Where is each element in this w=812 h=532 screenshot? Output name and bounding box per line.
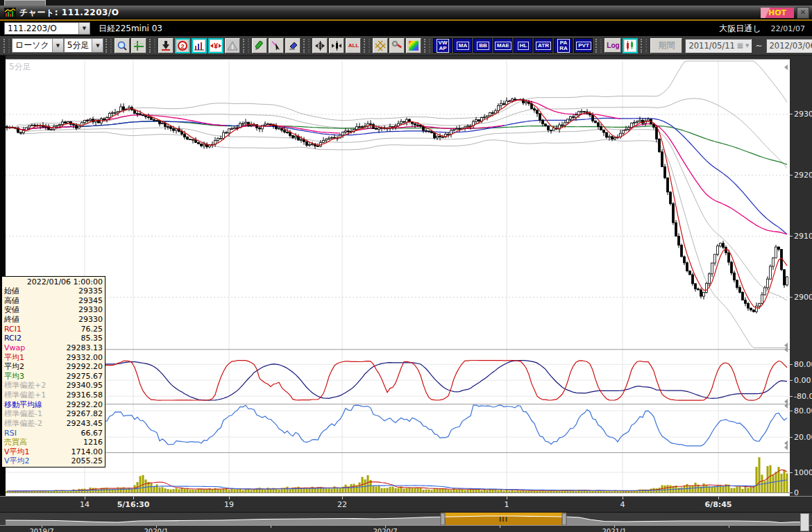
panel-splitter-icon[interactable]: [781, 445, 788, 450]
indicator-pvt-button[interactable]: PVT: [574, 38, 593, 53]
color-palette-button[interactable]: [406, 38, 421, 53]
toolbar-grip[interactable]: [243, 39, 249, 53]
session-label: 大阪日通し: [719, 23, 761, 35]
navigator-svg: III: [0, 513, 812, 526]
axis-tick: [790, 492, 793, 493]
timeframe-watermark: 5分足: [9, 61, 31, 73]
data-window-row: 移動平均線29292.20: [4, 401, 103, 410]
panel-splitter-icon[interactable]: [781, 347, 788, 352]
titlebar[interactable]: チャート: 111.2203/O HOT ✕: [0, 6, 812, 21]
indicator-atr-button[interactable]: ATR: [534, 38, 552, 53]
indicator-ma-button[interactable]: MA: [453, 38, 472, 53]
timeframe-select[interactable]: 5分足 ▼: [64, 38, 104, 53]
data-window-row: V平均11714.00: [4, 448, 103, 457]
chevron-down-icon[interactable]: ▼: [78, 23, 90, 34]
candles-compress-button[interactable]: [312, 38, 328, 53]
data-window-row: 標準偏差-129267.82: [4, 410, 103, 419]
time-label: 5/16:30: [105, 500, 161, 509]
yen-transfer-icon: ¥: [210, 40, 221, 51]
navigator-scrollbar[interactable]: [800, 513, 809, 531]
time-axis[interactable]: 145/16:301922146/8:45: [0, 496, 812, 512]
svg-text:2: 2: [181, 42, 185, 49]
mini-chart-button[interactable]: [192, 38, 207, 53]
indicator-hl-button[interactable]: HL: [514, 38, 532, 53]
chevron-down-icon[interactable]: ▼: [52, 39, 63, 52]
data-window-row: 売買高1216: [4, 438, 103, 447]
cursor-wand-icon: [271, 40, 282, 51]
time-tick: [229, 497, 230, 499]
data-window-row: RCI285.35: [4, 334, 103, 343]
crosshair-tool-button[interactable]: [131, 38, 146, 53]
axis-tick: [790, 175, 793, 175]
draw-line-button[interactable]: [252, 38, 267, 53]
show-all-button[interactable]: ALL: [346, 38, 361, 53]
settings-wrench-button[interactable]: [389, 38, 405, 53]
navigator-label: 2020/1: [135, 528, 177, 532]
date-from-field[interactable]: 2011/05/11 ▦ ▼: [685, 39, 752, 53]
close-icon[interactable]: ✕: [797, 7, 809, 19]
candle-style-icon: [625, 40, 636, 51]
candles-expand-button[interactable]: [329, 38, 344, 53]
board-2-button[interactable]: 2: [175, 38, 190, 53]
axis-label: 29100: [794, 232, 812, 241]
data-window-row: 安値29330: [4, 306, 103, 315]
axis-tick: [790, 380, 793, 381]
zoom-tool-button[interactable]: [115, 38, 130, 53]
data-download-button[interactable]: [158, 38, 174, 53]
indicator-para-button[interactable]: PARA: [554, 38, 573, 53]
yen-transfer-button[interactable]: ¥: [208, 38, 223, 53]
log-scale-button[interactable]: Log: [604, 38, 621, 53]
date-to-field[interactable]: 2012/03/06 ▦ ▼: [766, 39, 812, 53]
symbol-select[interactable]: 111.2203/O ▼: [4, 22, 90, 35]
toolbar-grip[interactable]: [149, 39, 155, 53]
toolbar-grip[interactable]: [303, 39, 310, 53]
indicator-mae-button[interactable]: MAE: [493, 38, 512, 53]
axis-tick: [790, 236, 793, 237]
indicator-vwap-button[interactable]: VWAP: [433, 38, 452, 53]
chart-window: チャート: 111.2203/O HOT ✕ 111.2203/O ▼ 日経22…: [0, 0, 812, 532]
navigator-tick: [271, 526, 271, 528]
data-window-row: 標準偏差+229340.95: [4, 381, 103, 391]
toolbar-grip[interactable]: [3, 39, 10, 53]
axis-tick: [790, 472, 793, 473]
mesh-button[interactable]: [373, 38, 388, 53]
navigator-strip[interactable]: III: [0, 512, 812, 525]
indicator-bb-button[interactable]: BB: [473, 38, 492, 53]
range-separator: ~: [755, 41, 762, 51]
panel-splitter-icon[interactable]: [781, 403, 788, 409]
axis-label: 29300: [794, 110, 812, 119]
navigator-label: 2020/7: [364, 528, 406, 532]
time-tick: [342, 497, 343, 499]
select-tool-button[interactable]: [269, 38, 284, 53]
eraser-button[interactable]: [285, 38, 301, 53]
price-axis[interactable]: 2930029200291002900080.000.00-80.0080.00…: [790, 55, 812, 496]
toolbar-grip[interactable]: [424, 39, 430, 53]
chevron-down-icon[interactable]: ▼: [92, 39, 103, 52]
navigator-tick: [729, 526, 729, 528]
time-label: 19: [201, 500, 257, 509]
mini-chart-icon: [194, 40, 205, 51]
time-tick: [85, 497, 85, 499]
axis-label: 29000: [794, 293, 812, 302]
chart-region: 5分足 2930029200291002900080.000.00-80.008…: [0, 55, 812, 532]
wrench-icon: [391, 40, 403, 51]
chart-plot[interactable]: 5分足: [6, 59, 790, 496]
toolbar-grip[interactable]: [595, 39, 602, 53]
candle-style-button[interactable]: [623, 38, 638, 53]
hot-badge[interactable]: HOT: [761, 8, 794, 18]
toolbar-grip[interactable]: [641, 39, 647, 53]
toolbar-grip[interactable]: [364, 39, 370, 53]
chevron-down-icon[interactable]: ▼: [743, 43, 751, 49]
toolbar-grip[interactable]: [105, 39, 112, 53]
alert-button[interactable]: !: [225, 38, 240, 53]
time-label: 6/8:45: [691, 500, 746, 509]
svg-text:¥: ¥: [214, 42, 219, 50]
axis-label: 20.00: [794, 433, 812, 442]
data-window-row: 終値29330: [4, 316, 103, 325]
chart-type-select[interactable]: ローソク ▼: [12, 38, 64, 53]
navigator-label: 2021/1: [593, 528, 635, 532]
panel-splitter-icon[interactable]: [781, 65, 788, 70]
period-button[interactable]: 期間: [650, 38, 682, 53]
axis-tick: [790, 411, 793, 411]
svg-text:III: III: [499, 516, 508, 523]
